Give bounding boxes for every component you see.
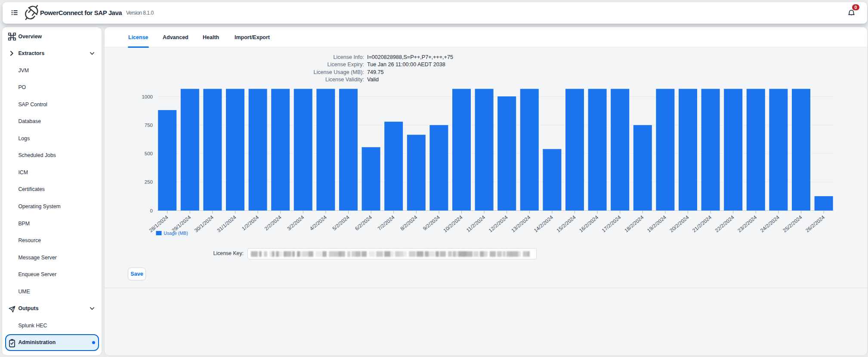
svg-text:1000: 1000 (142, 94, 153, 99)
svg-text:3/2/2024: 3/2/2024 (286, 214, 305, 232)
svg-text:15/2/2024: 15/2/2024 (556, 214, 577, 234)
svg-text:22/2/2024: 22/2/2024 (714, 214, 735, 234)
svg-text:6/2/2024: 6/2/2024 (354, 214, 373, 232)
svg-text:500: 500 (145, 151, 153, 156)
svg-text:19/2/2024: 19/2/2024 (646, 214, 667, 234)
svg-text:23/2/2024: 23/2/2024 (736, 214, 758, 234)
svg-text:4/2/2024: 4/2/2024 (309, 214, 328, 232)
svg-text:25/2/2024: 25/2/2024 (782, 214, 803, 234)
svg-text:14/2/2024: 14/2/2024 (533, 214, 554, 234)
svg-text:31/1/2024: 31/1/2024 (216, 214, 238, 234)
svg-text:13/2/2024: 13/2/2024 (510, 214, 531, 234)
svg-text:30/1/2024: 30/1/2024 (193, 214, 215, 234)
svg-text:0: 0 (150, 208, 153, 213)
svg-text:21/2/2024: 21/2/2024 (691, 214, 713, 234)
svg-text:5/2/2024: 5/2/2024 (331, 214, 351, 232)
svg-text:26/2/2024: 26/2/2024 (804, 214, 826, 234)
svg-text:20/2/2024: 20/2/2024 (669, 214, 690, 234)
svg-text:12/2/2024: 12/2/2024 (488, 214, 509, 234)
svg-text:24/2/2024: 24/2/2024 (759, 214, 781, 234)
svg-text:Usage (MB): Usage (MB) (164, 231, 188, 236)
svg-text:11/2/2024: 11/2/2024 (465, 214, 486, 234)
svg-text:2/2/2024: 2/2/2024 (263, 214, 283, 232)
svg-text:7/2/2024: 7/2/2024 (377, 214, 396, 232)
svg-text:750: 750 (145, 123, 153, 128)
svg-text:1/2/2024: 1/2/2024 (241, 214, 260, 232)
svg-text:18/2/2024: 18/2/2024 (623, 214, 645, 234)
svg-text:16/2/2024: 16/2/2024 (578, 214, 599, 234)
svg-text:8/2/2024: 8/2/2024 (399, 214, 418, 232)
svg-text:9/2/2024: 9/2/2024 (422, 214, 441, 232)
svg-text:10/2/2024: 10/2/2024 (442, 214, 464, 234)
svg-text:17/2/2024: 17/2/2024 (601, 214, 622, 234)
svg-text:250: 250 (145, 179, 153, 185)
